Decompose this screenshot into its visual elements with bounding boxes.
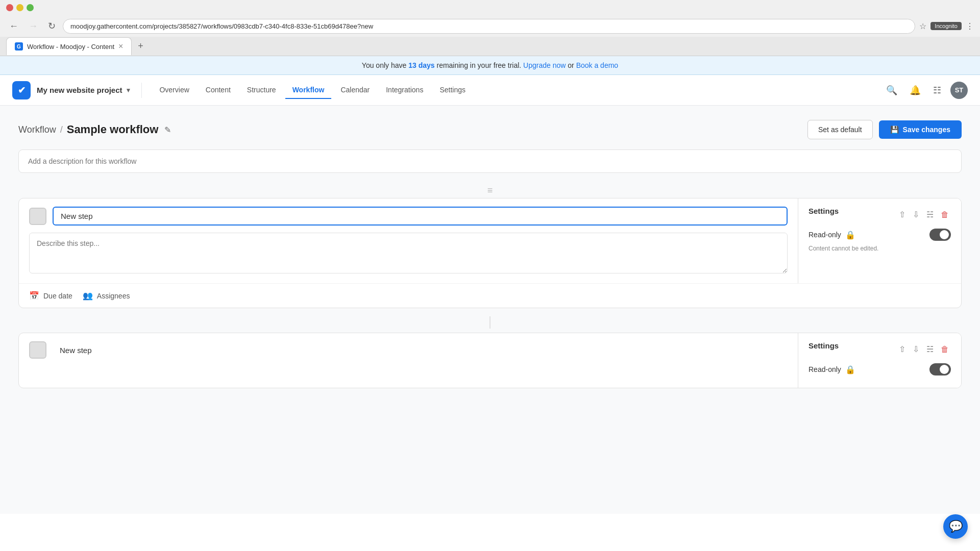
step-2-card: New step Settings ⇧ ⇩ ☵ 🗑: [18, 333, 962, 388]
step-1-readonly-note: Content cannot be edited.: [808, 245, 951, 252]
step-2-duplicate-button[interactable]: ☵: [924, 342, 936, 356]
trial-banner: You only have 13 days remaining in your …: [0, 56, 980, 75]
step-2-main: New step: [19, 333, 798, 388]
project-name-text: My new website project: [37, 86, 122, 94]
window-controls: [6, 4, 34, 11]
step-1-wrapper: ≡ Settings ⇧: [18, 185, 962, 308]
nav-overview[interactable]: Overview: [152, 82, 196, 99]
step-1-readonly-row: Read-only 🔒: [808, 229, 951, 241]
step-2-delete-button[interactable]: 🗑: [939, 343, 951, 356]
breadcrumb-workflow-link[interactable]: Workflow: [18, 124, 56, 135]
trial-days: 13 days: [408, 61, 434, 69]
nav-settings[interactable]: Settings: [432, 82, 473, 99]
trial-prefix: You only have: [362, 61, 408, 69]
chat-bubble-button[interactable]: 💬: [943, 514, 968, 539]
maximize-window-button[interactable]: [27, 4, 34, 11]
step-2-settings-title: Settings: [808, 341, 839, 350]
url-text: moodjoy.gathercontent.com/projects/38582…: [70, 22, 908, 30]
step-2-readonly-label-text: Read-only: [808, 365, 841, 373]
nav-divider: [141, 83, 142, 98]
step-1-settings: Settings ⇧ ⇩ ☵ 🗑 Read-only 🔒: [798, 198, 961, 283]
connector-line: [489, 316, 491, 329]
breadcrumb: Workflow / Sample workflow ✎: [18, 123, 173, 137]
address-bar: ← → ↻ moodjoy.gathercontent.com/projects…: [0, 15, 980, 37]
address-icons: ☆ Incognito ⋮: [919, 21, 974, 31]
step-1-move-down-button[interactable]: ⇩: [911, 208, 921, 221]
set-default-button[interactable]: Set as default: [807, 120, 873, 139]
top-nav: ✔ My new website project ▼ Overview Cont…: [0, 75, 980, 106]
step-2-title-text: New step: [53, 342, 99, 359]
step-1-delete-button[interactable]: 🗑: [939, 208, 951, 221]
step-connector: [18, 316, 962, 329]
nav-content[interactable]: Content: [199, 82, 238, 99]
upgrade-link[interactable]: Upgrade now: [523, 61, 566, 69]
avatar[interactable]: ST: [950, 82, 968, 99]
due-date-label: Due date: [43, 292, 72, 300]
step-1-color-swatch[interactable]: [29, 208, 46, 225]
toggle-slider-2: [929, 363, 951, 375]
nav-workflow[interactable]: Workflow: [285, 82, 332, 99]
workflow-description-input[interactable]: [18, 149, 962, 173]
save-changes-button[interactable]: 💾 Save changes: [879, 120, 962, 139]
step-1-readonly-toggle[interactable]: [929, 229, 951, 241]
assignees-icon: 👥: [83, 291, 93, 300]
step-1-duplicate-button[interactable]: ☵: [924, 208, 936, 221]
page-title: Sample workflow: [67, 123, 159, 136]
breadcrumb-separator: /: [60, 124, 63, 135]
nav-structure[interactable]: Structure: [240, 82, 283, 99]
menu-icon[interactable]: ⋮: [966, 21, 974, 31]
step-1-title-input[interactable]: [53, 207, 788, 226]
step-2-readonly-toggle[interactable]: [929, 363, 951, 375]
assignees-label: Assignees: [97, 292, 130, 300]
due-date-item[interactable]: 📅 Due date: [29, 291, 72, 300]
step-2-move-down-button[interactable]: ⇩: [911, 342, 921, 356]
logo-icon: ✔: [18, 85, 26, 96]
browser-tab[interactable]: G Workflow - Moodjoy - Content ×: [6, 37, 132, 55]
project-dropdown-icon: ▼: [126, 87, 132, 94]
grid-button[interactable]: ☷: [930, 82, 944, 99]
bookmark-icon[interactable]: ☆: [919, 21, 926, 31]
save-icon: 💾: [890, 126, 899, 134]
header-actions: Set as default 💾 Save changes: [807, 120, 962, 139]
project-name[interactable]: My new website project ▼: [37, 86, 131, 94]
logo[interactable]: ✔: [12, 81, 31, 99]
step-2-lock-icon: 🔒: [845, 365, 855, 374]
step-2-settings: Settings ⇧ ⇩ ☵ 🗑 Read-only 🔒: [798, 333, 961, 388]
step-1-settings-title: Settings: [808, 207, 839, 215]
reload-button[interactable]: ↻: [45, 18, 59, 34]
step-2-settings-header: Settings ⇧ ⇩ ☵ 🗑: [808, 341, 951, 357]
browser-titlebar: [0, 0, 980, 15]
assignees-item[interactable]: 👥 Assignees: [83, 291, 130, 300]
trial-middle: remaining in your free trial.: [436, 61, 523, 69]
tab-favicon: G: [15, 42, 23, 51]
back-button[interactable]: ←: [6, 19, 21, 34]
step-2-color-swatch[interactable]: [29, 341, 46, 359]
page-header: Workflow / Sample workflow ✎ Set as defa…: [18, 120, 962, 139]
close-tab-button[interactable]: ×: [118, 42, 123, 51]
nav-right: 🔍 🔔 ☷ ST: [883, 82, 968, 99]
nav-calendar[interactable]: Calendar: [333, 82, 377, 99]
edit-title-icon[interactable]: ✎: [162, 123, 173, 137]
incognito-badge: Incognito: [930, 22, 962, 30]
nav-integrations[interactable]: Integrations: [379, 82, 430, 99]
readonly-label-text: Read-only: [808, 231, 841, 239]
step-1-action-icons: ⇧ ⇩ ☵ 🗑: [897, 208, 951, 221]
search-button[interactable]: 🔍: [883, 82, 900, 99]
tab-bar: G Workflow - Moodjoy - Content × +: [0, 37, 980, 56]
step-2-move-up-button[interactable]: ⇧: [897, 342, 908, 356]
close-window-button[interactable]: [6, 4, 13, 11]
step-1-move-up-button[interactable]: ⇧: [897, 208, 908, 221]
drag-handle-1[interactable]: ≡: [18, 185, 962, 196]
forward-button[interactable]: →: [26, 19, 41, 34]
step-2-title-row: New step: [29, 341, 788, 359]
step-1-description-textarea[interactable]: [29, 233, 788, 273]
url-bar[interactable]: moodjoy.gathercontent.com/projects/38582…: [63, 19, 915, 34]
minimize-window-button[interactable]: [16, 4, 23, 11]
step-2-readonly-row: Read-only 🔒: [808, 363, 951, 375]
book-demo-link[interactable]: Book a demo: [576, 61, 619, 69]
new-tab-button[interactable]: +: [134, 37, 148, 56]
step-1-readonly-label: Read-only 🔒: [808, 230, 855, 240]
step-2-body: New step Settings ⇧ ⇩ ☵ 🗑: [19, 333, 961, 388]
toggle-slider-1: [929, 229, 951, 241]
notifications-button[interactable]: 🔔: [906, 82, 924, 99]
